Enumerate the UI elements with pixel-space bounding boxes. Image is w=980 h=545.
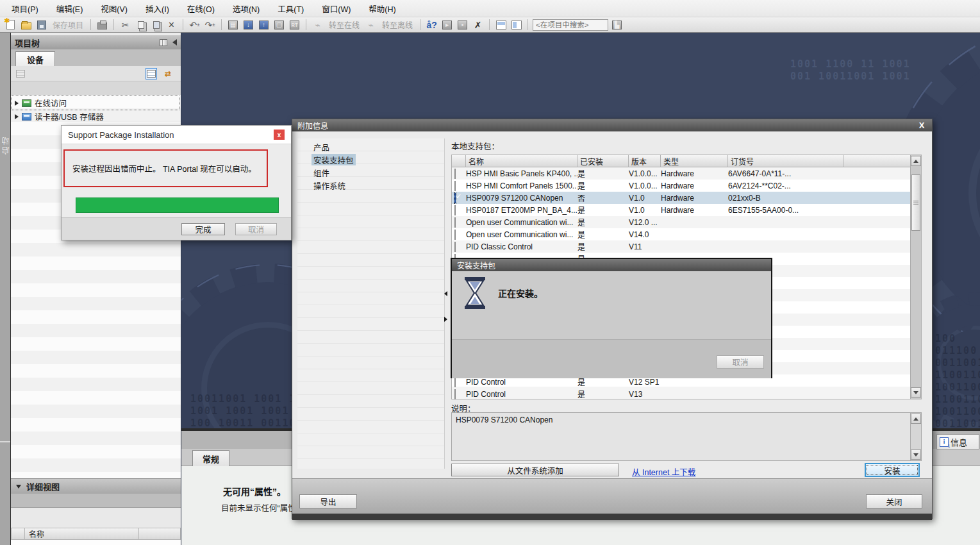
copy-icon[interactable] [134,19,147,31]
menu-tools[interactable]: 工具(T) [269,0,313,17]
detail-name-column[interactable]: 名称 [25,528,139,540]
split-vertical-icon[interactable] [510,19,523,31]
download-from-internet-link[interactable]: 从 Internet 上下载 [632,465,695,478]
package-checkbox[interactable] [454,242,456,252]
finish-button[interactable]: 完成 [181,223,225,235]
table-row[interactable]: HSP HMI Comfort Panels 1500...是 V1.0.0..… [452,180,911,192]
nav-products[interactable]: 产品 [311,141,331,153]
start-cpu-icon[interactable]: ▸ [440,19,454,31]
save-project-icon[interactable] [35,19,48,31]
close-button[interactable]: 关闭 [866,494,922,508]
cross-references-icon[interactable]: ✗ [471,19,485,31]
package-checkbox[interactable] [454,169,456,179]
scroll-thumb[interactable] [911,174,920,231]
project-search-input[interactable] [533,19,608,31]
package-checkbox[interactable] [454,389,456,399]
version-column-header[interactable]: 版本 [629,155,661,167]
nav-install-support-packages[interactable]: 安装支持包 [311,154,356,165]
go-online-plug-icon[interactable]: ⌁ [311,19,324,31]
menu-online[interactable]: 在线(O) [178,0,224,17]
install-button[interactable]: 安装 [865,463,920,477]
expand-arrow-icon[interactable] [15,101,19,106]
tree-item-card-reader[interactable]: 读卡器/USB 存储器 [12,110,179,123]
menu-insert[interactable]: 插入(I) [137,0,178,17]
delete-icon[interactable]: × [165,19,178,31]
detect-hardware-icon[interactable]: ▙ [610,19,624,31]
tree-item-label: 读卡器/USB 存储器 [35,110,104,122]
checkbox-column-header[interactable] [452,155,466,167]
menu-edit[interactable]: 编辑(E) [47,0,92,17]
sort-icon[interactable] [15,68,26,80]
package-checkbox[interactable] [454,217,456,228]
order-column-header[interactable]: 订货号 [728,155,843,167]
download-to-device-icon[interactable]: ↓ [242,19,255,31]
export-button[interactable]: 导出 [299,494,357,508]
nav-components[interactable]: 组件 [311,167,331,178]
description-scrollbar[interactable] [910,413,921,460]
tab-general[interactable]: 常规 [192,450,229,466]
table-row[interactable]: HSP HMI Basic Panels KP400, ...是 V1.0.0.… [452,167,911,180]
support-dialog-titlebar: Support Package Installation x [62,126,291,144]
undo-icon[interactable]: ↶± [188,19,201,31]
close-icon[interactable]: x [274,130,285,140]
device-config-icon[interactable]: ▦ [226,19,240,31]
split-horizontal-icon[interactable] [494,19,508,31]
package-checkbox-checked[interactable] [454,193,456,203]
menu-options[interactable]: 选项(N) [224,0,269,17]
scroll-down-icon[interactable] [911,449,921,460]
table-row[interactable]: PID Control是 V13 [452,388,911,400]
installed-column-header[interactable]: 已安装 [577,155,629,167]
go-online-label[interactable]: 转至在线 [329,19,360,30]
print-icon[interactable] [96,19,109,31]
new-project-icon[interactable]: ✱ [4,19,17,31]
add-from-filesystem-button[interactable]: 从文件系统添加 [451,464,619,476]
details-view-toggle-icon[interactable] [145,68,157,80]
columns-icon[interactable] [160,39,167,46]
cut-icon[interactable]: ✂ [119,19,132,31]
close-icon[interactable]: X [917,121,927,130]
paste-icon[interactable] [149,19,163,31]
start-simulation-icon[interactable]: ▢ [272,19,286,31]
side-strip-label[interactable]: 启动 [1,135,12,155]
cancel-button[interactable]: 取消 [235,223,277,235]
sync-icon[interactable]: ⇄ [162,68,174,80]
nav-operating-system[interactable]: 操作系统 [311,180,347,191]
go-offline-label[interactable]: 转至离线 [382,19,413,30]
menu-window[interactable]: 窗口(W) [313,0,360,17]
binary-decoration: 1001 1100 11 1001 001 10011001 1001 [790,58,911,83]
table-scrollbar[interactable] [910,155,921,399]
menu-help[interactable]: 帮助(H) [360,0,404,17]
accessible-devices-icon[interactable]: å? [425,19,438,31]
scroll-down-icon[interactable] [911,387,921,398]
menu-project[interactable]: 项目(P) [3,0,47,17]
collapse-panel-icon[interactable] [172,39,177,46]
info-tab-button[interactable]: i 信息 [936,434,979,449]
scroll-up-icon[interactable] [911,414,921,424]
pane-splitter-collapse[interactable] [442,291,449,296]
pane-splitter-expand[interactable] [442,317,449,322]
menu-view[interactable]: 视图(V) [92,0,137,17]
runtime-icon[interactable]: ʀᴛ [288,19,301,31]
name-column-header[interactable]: 名称 [466,155,577,167]
scroll-up-icon[interactable] [911,156,921,166]
table-row[interactable]: HSP0187 ET200MP PN_BA_4....是 V1.0Hardwar… [452,204,911,216]
package-checkbox[interactable] [454,230,456,240]
table-row[interactable]: Open user Communication wi...是 V14.0 [452,228,911,240]
type-column-header[interactable]: 类型 [661,155,728,167]
dialog-nav-pane: 产品 安装支持包 组件 操作系统 [297,138,445,469]
stop-cpu-icon[interactable]: ▪ [456,19,469,31]
redo-icon[interactable]: ↷± [203,19,217,31]
tab-devices[interactable]: 设备 [15,51,55,66]
table-row[interactable]: PID Classic Control是 V11 [452,240,911,253]
cancel-button[interactable]: 取消 [717,355,764,369]
open-project-icon[interactable] [19,19,33,31]
table-row[interactable]: Open user Communication wi...是 V12.0 ... [452,216,911,228]
package-checkbox[interactable] [454,205,456,215]
package-checkbox[interactable] [454,181,456,191]
tree-item-online-access[interactable]: 在线访问 [12,96,179,110]
detail-view-header[interactable]: 详细视图 [11,478,181,494]
go-offline-plug-icon[interactable]: ⌁ [364,19,378,31]
upload-from-device-icon[interactable]: ↑ [257,19,270,31]
table-row-selected[interactable]: HSP0079 S71200 CANopen否 V1.0Hardware 021… [452,192,911,204]
expand-arrow-icon[interactable] [15,114,19,119]
